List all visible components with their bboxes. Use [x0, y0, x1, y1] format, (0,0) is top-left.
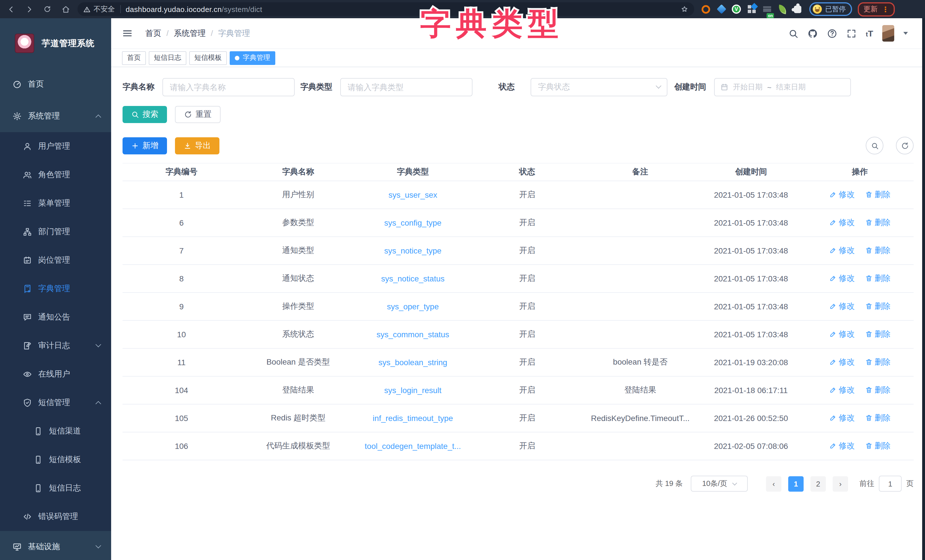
security-label: 不安全: [93, 4, 115, 14]
sidebar-item[interactable]: 错误码管理: [0, 503, 111, 531]
address-bar[interactable]: 不安全 dashboard.yudao.iocoder.cn/system/di…: [77, 2, 694, 16]
edit-link[interactable]: 修改: [829, 413, 855, 423]
cell-dict-type-link[interactable]: sys_common_status: [356, 321, 470, 348]
delete-link[interactable]: 删除: [865, 441, 890, 451]
sidebar-item[interactable]: 首页: [0, 68, 111, 100]
delete-link[interactable]: 删除: [865, 218, 890, 228]
cell-dict-type-link[interactable]: sys_login_result: [356, 376, 470, 404]
search-icon[interactable]: [788, 28, 798, 38]
page-size-value: 10条/页: [702, 479, 727, 489]
page-number-button[interactable]: 1: [788, 476, 804, 491]
sidebar-item[interactable]: 在线用户: [0, 360, 111, 388]
page-tab[interactable]: 字典管理 ×: [230, 51, 275, 65]
delete-link[interactable]: 删除: [865, 274, 890, 284]
extension-proxy-icon[interactable]: on: [762, 4, 772, 14]
sidebar-item[interactable]: 短信日志: [0, 474, 111, 503]
cell-status: 开启: [470, 321, 585, 348]
sidebar-item[interactable]: 字典管理: [0, 275, 111, 303]
cell-dict-type-link[interactable]: sys_notice_status: [356, 265, 470, 292]
sidebar-item[interactable]: 短信管理: [0, 388, 111, 417]
fullscreen-icon[interactable]: [846, 28, 857, 38]
delete-link[interactable]: 删除: [865, 413, 890, 423]
delete-link[interactable]: 删除: [865, 301, 890, 312]
dict-type-input[interactable]: [340, 78, 473, 96]
sidebar-item-icon: [23, 142, 32, 151]
delete-link[interactable]: 删除: [865, 357, 890, 367]
cell-dict-type-link[interactable]: inf_redis_timeout_type: [356, 404, 470, 432]
status-select[interactable]: 字典状态: [530, 78, 667, 96]
cell-dict-type-link[interactable]: sys_config_type: [356, 209, 470, 237]
edit-link[interactable]: 修改: [829, 245, 855, 256]
page-tab[interactable]: 首页 ×: [122, 51, 146, 65]
extension-gem-icon[interactable]: [716, 4, 726, 14]
cell-dict-type-link[interactable]: sys_user_sex: [356, 181, 470, 209]
sidebar-item[interactable]: 菜单管理: [0, 189, 111, 218]
extension-grid-icon[interactable]: [747, 4, 756, 14]
github-icon[interactable]: [807, 28, 818, 38]
page-number-button[interactable]: 2: [811, 476, 826, 491]
dict-name-input[interactable]: [163, 78, 295, 96]
page-size-select[interactable]: 10条/页: [691, 476, 748, 492]
browser-profile-chip[interactable]: 已暂停: [809, 2, 852, 16]
user-avatar[interactable]: [882, 25, 894, 42]
extension-vue-icon[interactable]: V: [732, 5, 741, 14]
edit-link[interactable]: 修改: [829, 190, 855, 200]
browser-back-button[interactable]: [3, 2, 18, 17]
page-tab[interactable]: 短信日志 ×: [149, 51, 186, 65]
cell-dict-type-link[interactable]: tool_codegen_template_t...: [356, 432, 470, 460]
search-button[interactable]: 搜索: [122, 106, 167, 123]
sidebar-item[interactable]: 系统管理: [0, 100, 111, 132]
delete-link[interactable]: 删除: [865, 385, 890, 395]
edit-link[interactable]: 修改: [829, 301, 855, 312]
sidebar-item[interactable]: 短信模板: [0, 446, 111, 474]
sidebar-item[interactable]: 短信渠道: [0, 417, 111, 446]
goto-page-input[interactable]: [879, 476, 902, 492]
browser-update-button[interactable]: 更新 ⋮: [858, 2, 895, 16]
table-search-toggle-button[interactable]: [866, 137, 883, 154]
cell-dict-type-link[interactable]: sys_oper_type: [356, 292, 470, 321]
sidebar-item[interactable]: 审计日志: [0, 331, 111, 360]
breadcrumb-item[interactable]: 字典管理/: [218, 28, 250, 38]
cell-dict-type-link[interactable]: sys_notice_type: [356, 237, 470, 265]
breadcrumb-item[interactable]: 系统管理/: [174, 28, 218, 38]
hamburger-icon[interactable]: [122, 28, 133, 39]
extension-puzzle-icon[interactable]: [793, 4, 803, 14]
reset-button[interactable]: 重置: [175, 106, 221, 123]
next-page-button[interactable]: ›: [833, 476, 848, 491]
page-tab[interactable]: 短信模板 ×: [189, 51, 227, 65]
add-button[interactable]: 新增: [122, 137, 167, 154]
edit-link[interactable]: 修改: [829, 274, 855, 284]
date-range-picker[interactable]: 开始日期 ~ 结束日期: [714, 78, 851, 96]
avatar-caret-icon[interactable]: [903, 32, 908, 37]
edit-link[interactable]: 修改: [829, 385, 855, 395]
font-size-icon[interactable]: tT: [866, 29, 873, 38]
sidebar-item[interactable]: 角色管理: [0, 161, 111, 189]
table-refresh-button[interactable]: [896, 137, 914, 154]
breadcrumb-item[interactable]: 首页/: [145, 28, 174, 38]
delete-link[interactable]: 删除: [865, 245, 890, 256]
edit-link[interactable]: 修改: [829, 441, 855, 451]
cell-dict-type-link[interactable]: sys_boolean_string: [356, 348, 470, 376]
delete-link[interactable]: 删除: [865, 329, 890, 340]
app-logo-row[interactable]: 芋道管理系统: [0, 18, 111, 68]
browser-forward-button[interactable]: [22, 2, 36, 17]
delete-link[interactable]: 删除: [865, 190, 890, 200]
extension-orange-icon[interactable]: [701, 4, 711, 14]
export-button[interactable]: 导出: [175, 137, 219, 154]
edit-link[interactable]: 修改: [829, 329, 855, 340]
browser-home-button[interactable]: [58, 2, 73, 17]
sidebar-item[interactable]: 部门管理: [0, 218, 111, 246]
prev-page-button[interactable]: ‹: [766, 476, 781, 491]
security-indicator[interactable]: 不安全: [83, 4, 115, 14]
edit-link[interactable]: 修改: [829, 357, 855, 367]
sidebar-item[interactable]: 基础设施: [0, 531, 111, 560]
browser-menu-dots-icon[interactable]: ⋮: [882, 5, 889, 14]
sidebar-item[interactable]: 用户管理: [0, 132, 111, 161]
sidebar-item[interactable]: 通知公告: [0, 303, 111, 331]
bookmark-star-icon[interactable]: [681, 5, 688, 13]
help-icon[interactable]: [827, 28, 837, 38]
sidebar-item[interactable]: 岗位管理: [0, 246, 111, 275]
extension-leaf-icon[interactable]: [777, 4, 787, 14]
browser-reload-button[interactable]: [40, 2, 55, 17]
edit-link[interactable]: 修改: [829, 218, 855, 228]
